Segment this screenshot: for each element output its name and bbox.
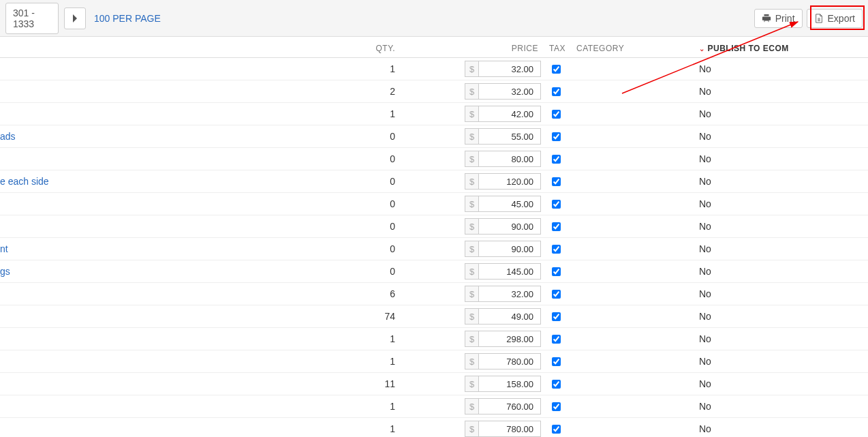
cell-tax xyxy=(545,148,572,170)
tax-checkbox[interactable] xyxy=(552,402,561,411)
tax-checkbox[interactable] xyxy=(552,425,561,434)
price-input[interactable] xyxy=(479,376,538,391)
col-header-publish[interactable]: ⌄PUBLISH TO ECOM xyxy=(695,37,868,58)
price-input[interactable] xyxy=(479,84,538,99)
cell-category xyxy=(572,260,695,283)
price-input-wrap: $ xyxy=(465,196,541,212)
sort-caret-icon: ⌄ xyxy=(699,45,705,52)
tax-checkbox[interactable] xyxy=(552,357,561,366)
table-row[interactable]: nt0$No xyxy=(0,238,868,260)
tax-checkbox[interactable] xyxy=(552,222,561,231)
cell-price: $ xyxy=(409,260,545,283)
table-row[interactable]: 1$No xyxy=(0,103,868,125)
tax-checkbox[interactable] xyxy=(552,155,561,164)
cell-desc: gs xyxy=(0,260,354,283)
cell-qty: 0 xyxy=(354,170,409,193)
price-input[interactable] xyxy=(479,286,538,301)
tax-checkbox[interactable] xyxy=(552,110,561,119)
table-row[interactable]: 1$No xyxy=(0,395,868,418)
price-input[interactable] xyxy=(479,264,538,279)
col-header-qty[interactable]: QTY. xyxy=(354,37,409,58)
currency-symbol: $ xyxy=(465,129,479,144)
price-input[interactable] xyxy=(479,309,538,324)
table-row[interactable]: ads0$No xyxy=(0,125,868,148)
item-description[interactable]: e each side xyxy=(0,176,49,187)
cell-tax xyxy=(545,395,572,418)
col-header-price[interactable]: PRICE xyxy=(409,37,545,58)
currency-symbol: $ xyxy=(465,354,479,369)
cell-qty: 6 xyxy=(354,283,409,305)
tax-checkbox[interactable] xyxy=(552,380,561,389)
price-input[interactable] xyxy=(479,354,538,369)
price-input[interactable] xyxy=(479,421,538,436)
table-row[interactable]: 1$No xyxy=(0,328,868,350)
tax-checkbox[interactable] xyxy=(552,290,561,299)
currency-symbol: $ xyxy=(465,151,479,166)
cell-tax xyxy=(545,305,572,328)
cell-qty: 0 xyxy=(354,193,409,215)
table-row[interactable]: e each side0$No xyxy=(0,170,868,193)
tax-checkbox[interactable] xyxy=(552,245,561,254)
cell-price: $ xyxy=(409,125,545,148)
table-row[interactable]: 0$No xyxy=(0,193,868,215)
price-input[interactable] xyxy=(479,151,538,166)
cell-desc xyxy=(0,193,354,215)
tax-checkbox[interactable] xyxy=(552,312,561,321)
price-input[interactable] xyxy=(479,331,538,346)
tax-checkbox[interactable] xyxy=(552,87,561,96)
item-description[interactable]: nt xyxy=(0,243,8,254)
cell-publish: No xyxy=(695,193,868,215)
cell-publish: No xyxy=(695,283,868,305)
cell-category xyxy=(572,80,695,103)
item-description[interactable]: ads xyxy=(0,131,16,142)
export-label: Export xyxy=(828,13,855,24)
next-page-button[interactable] xyxy=(64,7,86,29)
currency-symbol: $ xyxy=(465,264,479,279)
cell-desc xyxy=(0,305,354,328)
tax-checkbox[interactable] xyxy=(552,132,561,141)
currency-symbol: $ xyxy=(465,84,479,99)
tax-checkbox[interactable] xyxy=(552,335,561,344)
table-row[interactable]: 1$No xyxy=(0,350,868,373)
table-row[interactable]: 1$No xyxy=(0,418,868,438)
currency-symbol: $ xyxy=(465,286,479,301)
export-button[interactable]: Export xyxy=(807,9,863,28)
per-page-selector[interactable]: 100 PER PAGE xyxy=(94,13,161,24)
price-input[interactable] xyxy=(479,196,538,211)
page-range-input[interactable]: 301 - 1333 xyxy=(5,3,59,34)
table-row[interactable]: 1$No xyxy=(0,58,868,80)
export-icon xyxy=(814,14,824,23)
tax-checkbox[interactable] xyxy=(552,65,561,74)
table-row[interactable]: gs0$No xyxy=(0,260,868,283)
tax-checkbox[interactable] xyxy=(552,267,561,276)
price-input[interactable] xyxy=(479,174,538,189)
cell-price: $ xyxy=(409,148,545,170)
price-input[interactable] xyxy=(479,129,538,144)
cell-price: $ xyxy=(409,58,545,80)
col-header-tax[interactable]: TAX xyxy=(545,37,572,58)
table-row[interactable]: 6$No xyxy=(0,283,868,305)
print-button[interactable]: Print xyxy=(754,9,803,28)
col-header-category[interactable]: CATEGORY xyxy=(572,37,695,58)
col-header-desc[interactable] xyxy=(0,37,354,58)
cell-category xyxy=(572,350,695,373)
tax-checkbox[interactable] xyxy=(552,200,561,209)
table-row[interactable]: 0$No xyxy=(0,215,868,238)
price-input[interactable] xyxy=(479,399,538,414)
price-input[interactable] xyxy=(479,241,538,256)
cell-desc xyxy=(0,350,354,373)
table-row[interactable]: 0$No xyxy=(0,148,868,170)
col-header-publish-label: PUBLISH TO ECOM xyxy=(708,44,789,53)
table-row[interactable]: 11$No xyxy=(0,373,868,395)
table-row[interactable]: 2$No xyxy=(0,80,868,103)
item-description[interactable]: gs xyxy=(0,266,10,277)
price-input[interactable] xyxy=(479,219,538,234)
price-input[interactable] xyxy=(479,106,538,121)
cell-price: $ xyxy=(409,215,545,238)
cell-publish: No xyxy=(695,238,868,260)
cell-publish: No xyxy=(695,395,868,418)
table-row[interactable]: 74$No xyxy=(0,305,868,328)
cell-price: $ xyxy=(409,238,545,260)
tax-checkbox[interactable] xyxy=(552,177,561,186)
price-input[interactable] xyxy=(479,61,538,76)
